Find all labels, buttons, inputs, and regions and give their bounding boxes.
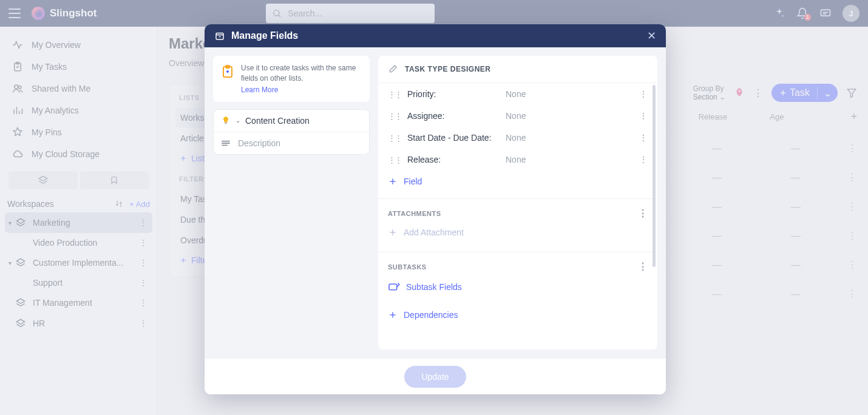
drag-handle-icon[interactable]: ⋮⋮	[388, 133, 401, 143]
field-assignee[interactable]: ⋮⋮ Assignee: None ⋮	[378, 105, 657, 127]
pencil-icon	[388, 64, 398, 74]
designer-heading: TASK TYPE DESIGNER	[405, 65, 490, 73]
field-menu[interactable]: ⋮	[639, 111, 648, 121]
plus-icon	[388, 310, 398, 320]
add-attachment-button[interactable]: Add Attachment	[378, 223, 657, 246]
svg-rect-35	[389, 284, 397, 290]
attachments-menu[interactable]: ⋮	[638, 208, 648, 219]
drag-handle-icon[interactable]: ⋮⋮	[388, 90, 401, 99]
description-input[interactable]: Description	[214, 132, 369, 154]
info-card: Use it to create tasks with the same fie…	[213, 56, 370, 102]
subtasks-heading: SUBTASKS	[388, 263, 427, 271]
plus-icon	[388, 228, 398, 237]
subtasks-menu[interactable]: ⋮	[638, 261, 648, 272]
learn-more-link[interactable]: Learn More	[241, 86, 278, 94]
field-menu[interactable]: ⋮	[639, 155, 648, 164]
add-field-button[interactable]: Field	[378, 170, 657, 192]
lines-icon	[221, 140, 231, 147]
modal-title: Manage Fields	[231, 30, 298, 41]
info-text: Use it to create tasks with the same fie…	[241, 63, 362, 84]
add-dependencies-button[interactable]: Dependencies	[378, 304, 657, 326]
manage-fields-modal: Manage Fields ✕ Use it to create tasks w…	[205, 24, 666, 394]
clipboard-icon	[220, 63, 235, 80]
task-type-name: Content Creation	[245, 116, 310, 126]
subtask-icon	[388, 282, 400, 292]
update-button[interactable]: Update	[404, 366, 466, 388]
task-type-title-row[interactable]: ⌄ Content Creation	[214, 110, 369, 132]
svg-rect-26	[226, 66, 229, 68]
scrollbar[interactable]	[653, 85, 656, 267]
chevron-down-icon: ⌄	[236, 117, 240, 124]
field-menu[interactable]: ⋮	[639, 133, 648, 143]
field-release[interactable]: ⋮⋮ Release: None ⋮	[378, 149, 657, 170]
plus-icon	[388, 177, 398, 186]
archive-icon	[214, 30, 225, 41]
lightbulb-icon	[221, 116, 231, 126]
svg-rect-27	[225, 123, 227, 123]
field-dates[interactable]: ⋮⋮ Start Date - Due Date: None ⋮	[378, 127, 657, 149]
field-menu[interactable]: ⋮	[639, 89, 648, 99]
drag-handle-icon[interactable]: ⋮⋮	[388, 155, 401, 164]
drag-handle-icon[interactable]: ⋮⋮	[388, 112, 401, 121]
attachments-heading: ATTACHMENTS	[388, 210, 441, 217]
field-priority[interactable]: ⋮⋮ Priority: None ⋮	[378, 83, 657, 105]
close-icon[interactable]: ✕	[647, 29, 656, 42]
subtask-fields-button[interactable]: Subtask Fields	[378, 276, 657, 298]
